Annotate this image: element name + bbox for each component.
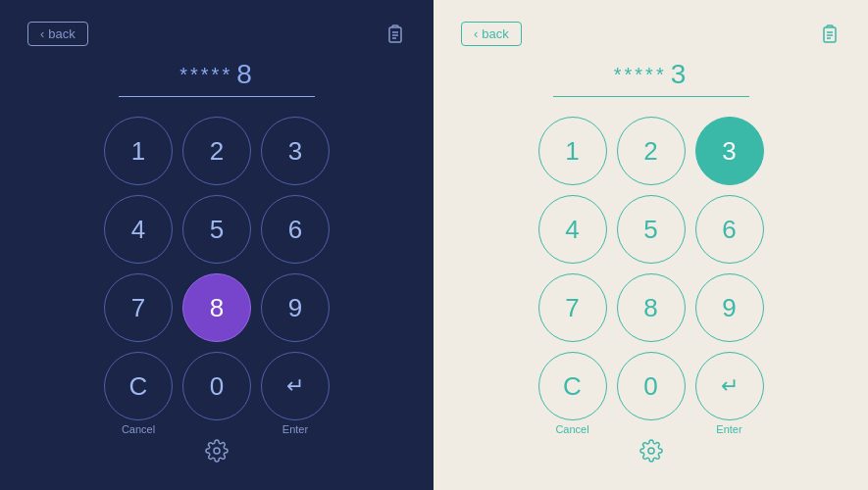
key-btn-right-1[interactable]: 1 (538, 117, 607, 185)
svg-point-9 (648, 448, 654, 454)
key-btn-left-8[interactable]: 8 (182, 273, 251, 342)
pin-display-right: ***** 3 (553, 59, 749, 97)
key-btn-left-4[interactable]: 4 (104, 195, 173, 264)
settings-icon-right[interactable] (639, 437, 663, 463)
digit-right-8: 8 (643, 293, 657, 323)
digit-right-7: 7 (565, 293, 579, 323)
cancel-label-right: Cancel (555, 423, 588, 435)
clipboard-icon-left[interactable] (384, 22, 406, 45)
digit-left-6: 6 (288, 215, 302, 245)
pin-display-left: ***** 8 (119, 59, 315, 97)
digit-left-9: 9 (288, 293, 302, 323)
key-btn-left-0[interactable]: 0 (182, 352, 251, 420)
key-btn-left-3[interactable]: 3 (261, 117, 330, 185)
digit-left-2: 2 (210, 136, 224, 167)
cancel-key-right: C (563, 371, 582, 402)
enter-icon-left: ↵ (286, 373, 304, 399)
svg-point-4 (214, 448, 220, 454)
key-btn-right-7[interactable]: 7 (538, 273, 607, 342)
chevron-left-icon-right: ‹ (474, 26, 478, 41)
panel-left: ‹ back ***** 8 123456789CCancel0↵Enter (0, 0, 434, 490)
clipboard-icon-right[interactable] (819, 22, 841, 45)
key-btn-left-6[interactable]: 6 (261, 195, 330, 264)
digit-right-2: 2 (643, 136, 657, 167)
key-btn-left-1[interactable]: 1 (104, 117, 173, 185)
back-label-right: back (482, 26, 508, 41)
key-btn-left-2[interactable]: 2 (182, 117, 251, 185)
digit-right-5: 5 (643, 215, 657, 245)
enter-icon-right: ↵ (721, 373, 739, 399)
digit-left-8: 8 (210, 293, 224, 323)
panel-right: ‹ back ***** 3 123456789CCancel0↵Enter (434, 0, 868, 490)
key-btn-left-7[interactable]: 7 (104, 273, 173, 342)
back-button-right[interactable]: ‹ back (461, 22, 522, 46)
pin-dots-right: ***** (614, 64, 667, 86)
key-btn-right-9[interactable]: 9 (695, 273, 764, 342)
key-btn-right-0[interactable]: 0 (617, 352, 686, 420)
digit-left-4: 4 (131, 215, 145, 245)
digit-left-7: 7 (131, 293, 145, 323)
digit-right-9: 9 (722, 293, 736, 323)
cancel-label-left: Cancel (122, 423, 155, 435)
key-btn-left-5[interactable]: 5 (182, 195, 251, 264)
key-btn-right-3[interactable]: 3 (695, 117, 764, 185)
key-btn-right-8[interactable]: 8 (617, 273, 686, 342)
key-btn-left-9[interactable]: 9 (261, 273, 330, 342)
digit-left-1: 1 (131, 136, 145, 167)
chevron-left-icon: ‹ (40, 26, 44, 41)
key-btn-right-5[interactable]: 5 (617, 195, 686, 264)
cancel-key-left: C (129, 371, 148, 402)
back-label-left: back (48, 26, 75, 41)
settings-icon-left[interactable] (205, 437, 229, 463)
back-button-left[interactable]: ‹ back (27, 22, 88, 46)
enter-label-left: Enter (282, 423, 308, 435)
digit-right-4: 4 (565, 215, 579, 245)
enter-label-right: Enter (716, 423, 741, 435)
digit-right-0: 0 (643, 371, 657, 402)
key-btn-left-C[interactable]: CCancel (104, 352, 173, 420)
pin-digit-right: 3 (671, 59, 689, 90)
digit-left-3: 3 (288, 136, 302, 167)
digit-right-6: 6 (722, 215, 736, 245)
keypad-right: 123456789CCancel0↵Enter (538, 117, 764, 420)
key-btn-right-4[interactable]: 4 (538, 195, 607, 264)
key-btn-right-↵[interactable]: ↵Enter (695, 352, 764, 420)
pin-dots-left: ***** (179, 64, 232, 86)
keypad-left: 123456789CCancel0↵Enter (104, 117, 330, 420)
key-btn-left-↵[interactable]: ↵Enter (261, 352, 330, 420)
pin-digit-left: 8 (236, 59, 254, 90)
key-btn-right-2[interactable]: 2 (617, 117, 686, 185)
key-btn-right-C[interactable]: CCancel (538, 352, 607, 420)
digit-left-0: 0 (210, 371, 224, 402)
digit-right-3: 3 (722, 136, 736, 167)
digit-left-5: 5 (210, 215, 224, 245)
key-btn-right-6[interactable]: 6 (695, 195, 764, 264)
digit-right-1: 1 (565, 136, 579, 167)
